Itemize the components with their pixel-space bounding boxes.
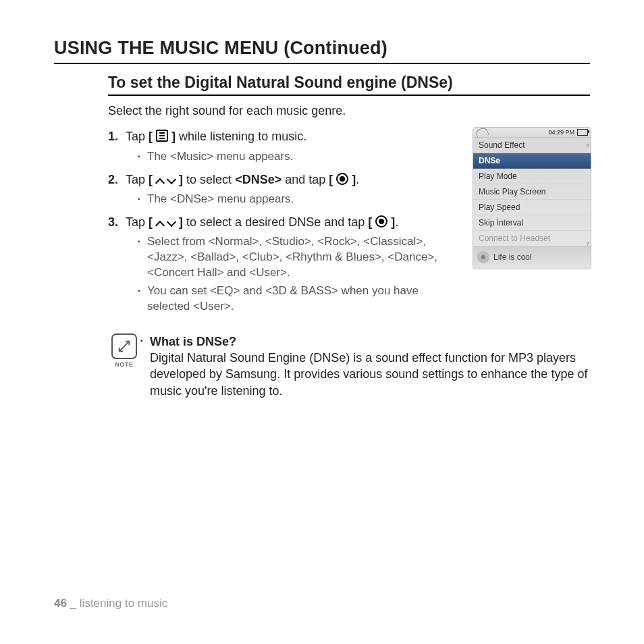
note-icon bbox=[111, 333, 137, 359]
footer-section: listening to music bbox=[80, 597, 167, 610]
note-title: What is DNSe? bbox=[140, 333, 594, 350]
content-column: Select the right sound for each music ge… bbox=[108, 103, 459, 315]
menu-icon bbox=[156, 130, 168, 142]
step-number: 3. bbox=[108, 214, 126, 230]
page-footer: 46 _ listening to music bbox=[54, 597, 167, 610]
device-clock: 04:29 PM bbox=[548, 129, 574, 136]
bullet: The <Music> menu appears. bbox=[138, 149, 459, 165]
side-number: 7 bbox=[587, 241, 589, 247]
step-1-bullets: The <Music> menu appears. bbox=[138, 149, 459, 165]
device-menu-item: Play Mode bbox=[473, 169, 591, 184]
step-1: 1. Tap [ ] while listening to music. bbox=[108, 128, 459, 144]
step-number: 1. bbox=[108, 128, 126, 144]
note-label: NOTE bbox=[108, 360, 140, 369]
step-list: 1. Tap [ ] while listening to music. The… bbox=[108, 128, 459, 314]
step-number: 2. bbox=[108, 171, 126, 188]
chevron-down-icon bbox=[167, 220, 176, 225]
device-menu: Sound Effect DNSe Play Mode Music Play S… bbox=[473, 138, 591, 246]
device-now-playing: Life is cool bbox=[473, 246, 591, 269]
select-icon bbox=[375, 215, 387, 227]
page-number: 46 bbox=[54, 597, 67, 610]
disc-icon bbox=[477, 251, 489, 263]
page-title: USING THE MUSIC MENU (Continued) bbox=[54, 38, 590, 64]
intro-text: Select the right sound for each music ge… bbox=[108, 103, 459, 119]
battery-icon bbox=[577, 129, 588, 136]
device-menu-item-disabled: Connect to Headset bbox=[473, 231, 591, 246]
step-text: Tap [ ] to select <DNSe> and tap [ ]. bbox=[126, 171, 459, 188]
select-icon bbox=[336, 173, 348, 185]
device-menu-item: Play Speed bbox=[473, 200, 591, 215]
note-block: NOTE What is DNSe? Digital Natural Sound… bbox=[108, 333, 594, 399]
bullet: Select from <Normal>, <Studio>, <Rock>, … bbox=[138, 234, 459, 281]
section-title: To set the Digital Natural Sound engine … bbox=[108, 74, 590, 96]
step-text: Tap [ ] while listening to music. bbox=[126, 128, 459, 144]
bullet: You can set <EQ> and <3D & BASS> when yo… bbox=[138, 284, 459, 315]
step-2: 2. Tap [ ] to select <DNSe> and tap [ ]. bbox=[108, 171, 459, 188]
bullet: The <DNSe> menu appears. bbox=[138, 192, 459, 207]
back-arc-icon bbox=[475, 127, 489, 139]
now-playing-title: Life is cool bbox=[493, 252, 532, 262]
chevron-up-icon bbox=[156, 178, 164, 183]
step-3-bullets: Select from <Normal>, <Studio>, <Rock>, … bbox=[138, 234, 459, 315]
note-icon-column: NOTE bbox=[108, 333, 140, 399]
device-menu-item-selected: DNSe bbox=[473, 153, 591, 169]
device-status-bar: 04:29 PM bbox=[473, 128, 591, 138]
device-menu-item: Sound Effect bbox=[473, 138, 591, 153]
step-text: Tap [ ] to select a desired DNSe and tap… bbox=[126, 214, 459, 230]
device-mockup: 04:29 PM 5 7 Sound Effect DNSe Play Mode… bbox=[473, 127, 591, 269]
note-text: Digital Natural Sound Engine (DNSe) is a… bbox=[150, 350, 594, 399]
device-menu-item: Skip Interval bbox=[473, 215, 591, 231]
step-2-bullets: The <DNSe> menu appears. bbox=[138, 192, 459, 207]
note-body: What is DNSe? Digital Natural Sound Engi… bbox=[140, 333, 594, 399]
device-menu-item: Music Play Screen bbox=[473, 184, 591, 200]
footer-sep: _ bbox=[67, 597, 80, 610]
step-3: 3. Tap [ ] to select a desired DNSe and … bbox=[108, 214, 459, 230]
chevron-up-icon bbox=[156, 220, 164, 225]
chevron-down-icon bbox=[167, 178, 176, 183]
manual-page: USING THE MUSIC MENU (Continued) To set … bbox=[0, 0, 644, 644]
side-number: 5 bbox=[587, 142, 589, 149]
